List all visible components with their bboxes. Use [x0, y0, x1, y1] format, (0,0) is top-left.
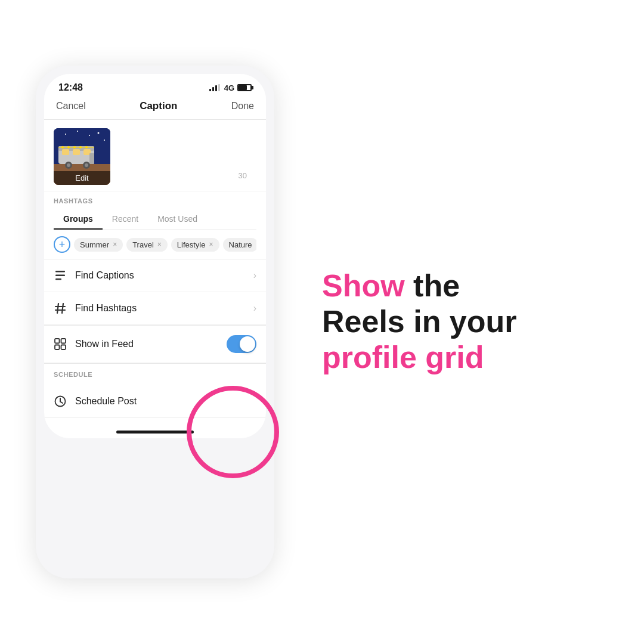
find-captions-item[interactable]: Find Captions ›	[44, 259, 266, 292]
find-captions-label: Find Captions	[75, 270, 245, 281]
tagline-line1: Show the	[322, 268, 608, 304]
clock-icon	[54, 395, 67, 408]
status-time: 12:48	[58, 82, 83, 93]
phone-screen: 12:48 4G Cancel Caption	[44, 74, 266, 438]
svg-line-36	[60, 402, 63, 404]
signal-icon	[209, 84, 220, 91]
home-bar	[116, 431, 194, 434]
svg-rect-31	[61, 339, 66, 343]
hash-icon	[54, 302, 67, 315]
hashtags-label: HASHTAGS	[54, 197, 256, 205]
remove-lifestyle[interactable]: ×	[209, 240, 213, 249]
caption-text-area[interactable]: 30	[117, 128, 256, 185]
svg-line-27	[62, 304, 63, 313]
network-label: 4G	[224, 83, 234, 92]
phone-shell: 12:48 4G Cancel Caption	[36, 66, 274, 578]
toggle-switch[interactable]	[227, 335, 256, 353]
svg-point-17	[85, 146, 88, 148]
tab-groups[interactable]: Groups	[54, 209, 103, 230]
home-indicator	[44, 418, 266, 438]
tag-chip-lifestyle[interactable]: Lifestyle ×	[171, 238, 219, 252]
svg-point-14	[67, 146, 70, 148]
battery-icon	[237, 84, 252, 91]
svg-point-18	[65, 134, 66, 135]
toggle-knob	[240, 336, 255, 352]
svg-point-21	[98, 132, 100, 134]
remove-summer[interactable]: ×	[113, 240, 117, 249]
add-hashtag-button[interactable]: +	[54, 236, 70, 253]
svg-line-26	[57, 304, 58, 313]
grid-icon	[54, 338, 67, 351]
svg-rect-7	[89, 153, 94, 164]
svg-point-11	[85, 163, 88, 167]
tab-most-used[interactable]: Most Used	[148, 209, 207, 230]
done-button[interactable]: Done	[231, 101, 254, 112]
status-icons: 4G	[209, 83, 252, 92]
lines-icon	[54, 269, 67, 282]
svg-rect-33	[61, 345, 66, 350]
show-in-feed-label: Show in Feed	[75, 339, 218, 349]
svg-rect-30	[55, 339, 60, 343]
tagline-line2: Reels in your	[322, 304, 608, 340]
schedule-label: SCHEDULE	[54, 371, 256, 378]
find-hashtags-item[interactable]: Find Hashtags ›	[44, 292, 266, 325]
chevron-right-icon-2: ›	[253, 303, 256, 314]
show-in-feed-toggle[interactable]	[227, 335, 256, 353]
svg-rect-5	[73, 149, 80, 155]
svg-rect-4	[62, 149, 69, 155]
svg-rect-24	[55, 275, 65, 277]
svg-rect-23	[55, 271, 65, 273]
svg-point-13	[61, 146, 64, 148]
tag-chip-summer[interactable]: Summer ×	[74, 238, 123, 252]
schedule-post-label: Schedule Post	[75, 396, 248, 407]
show-in-feed-item: Show in Feed	[44, 326, 266, 363]
caption-area: Edit 30	[44, 120, 266, 191]
svg-rect-32	[55, 345, 60, 350]
svg-point-16	[79, 146, 82, 148]
status-bar: 12:48 4G	[44, 74, 266, 98]
tagline: Show the Reels in your profile grid	[310, 268, 608, 375]
nav-bar: Cancel Caption Done	[44, 98, 266, 120]
tagline-the: the	[405, 268, 460, 303]
cancel-button[interactable]: Cancel	[56, 101, 86, 112]
tab-recent[interactable]: Recent	[103, 209, 148, 230]
svg-rect-25	[55, 278, 61, 280]
svg-point-9	[67, 163, 70, 167]
remove-travel[interactable]: ×	[157, 240, 162, 249]
svg-point-19	[77, 131, 78, 132]
page-title: Caption	[140, 100, 177, 112]
tagline-show: Show	[322, 268, 405, 303]
svg-point-22	[104, 140, 105, 141]
tag-chip-travel[interactable]: Travel ×	[126, 238, 168, 252]
edit-label[interactable]: Edit	[54, 171, 110, 185]
schedule-section: SCHEDULE	[44, 364, 266, 385]
hashtags-section: HASHTAGS Groups Recent Most Used + Summe…	[44, 191, 266, 259]
tagline-line3: profile grid	[322, 340, 608, 376]
page-wrapper: 12:48 4G Cancel Caption	[0, 0, 644, 644]
char-count: 30	[239, 171, 247, 180]
photo-thumbnail[interactable]: Edit	[54, 128, 110, 185]
find-hashtags-label: Find Hashtags	[75, 303, 245, 314]
tag-chip-nature[interactable]: Nature	[223, 238, 256, 252]
svg-point-20	[89, 135, 90, 136]
svg-point-15	[73, 146, 76, 148]
hashtag-chips: + Summer × Travel × Lifestyle × Nature	[54, 230, 256, 259]
schedule-post-item[interactable]: Schedule Post	[44, 385, 266, 418]
hashtag-tabs: Groups Recent Most Used	[54, 209, 256, 230]
chevron-right-icon: ›	[253, 270, 256, 281]
